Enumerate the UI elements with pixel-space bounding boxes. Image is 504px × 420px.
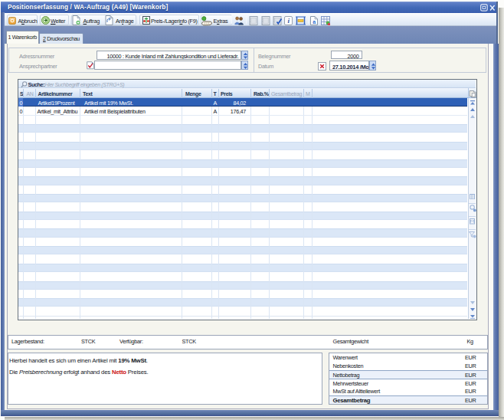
- svg-text:a: a: [313, 19, 316, 25]
